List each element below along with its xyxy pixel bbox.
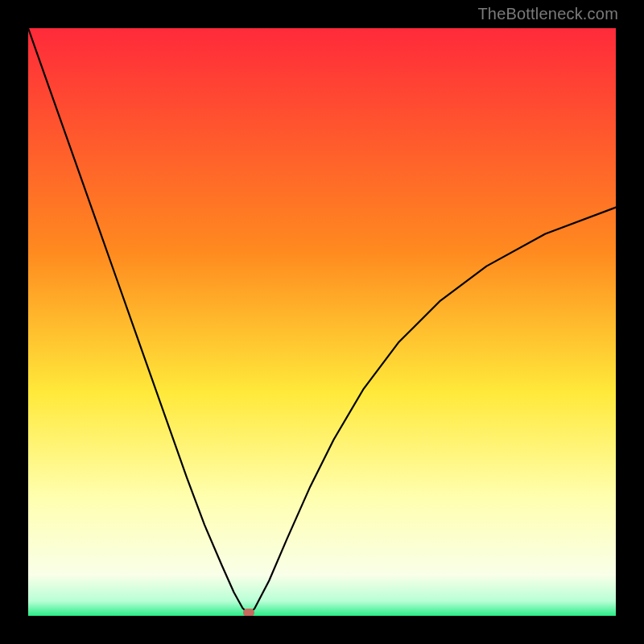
watermark-text: TheBottleneck.com [477, 5, 618, 23]
minimum-marker [243, 609, 254, 616]
plot-area [28, 28, 616, 616]
chart-frame: TheBottleneck.com [0, 0, 644, 644]
bottleneck-curve [28, 28, 616, 616]
